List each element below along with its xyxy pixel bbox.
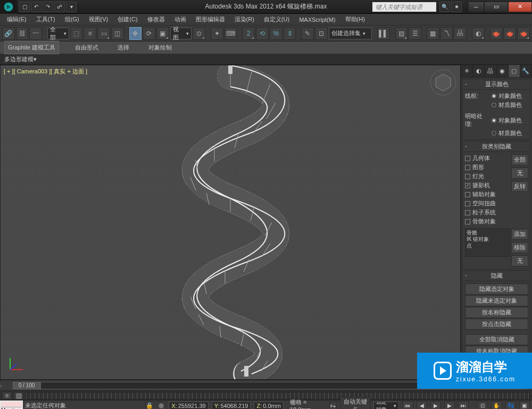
menu-rendering[interactable]: 渲染(R) — [230, 14, 259, 25]
radio-wire-objcolor[interactable] — [492, 94, 496, 98]
angle-snap-icon[interactable]: ⟲ — [256, 27, 269, 40]
isolate-icon[interactable]: ⊡ — [477, 401, 488, 410]
bind-spacewarp-icon[interactable]: 〰 — [29, 27, 42, 40]
btn-none2[interactable]: 无 — [511, 255, 528, 266]
tab-motion-icon[interactable]: ◉ — [497, 65, 509, 77]
coord-x[interactable]: X:255921.39 — [169, 402, 208, 410]
btn-hide-invert[interactable]: 反转 — [511, 181, 528, 192]
zoom-extents-icon[interactable]: ▣ — [519, 401, 530, 410]
material-editor-icon[interactable]: ◐ — [472, 27, 485, 40]
menu-maxscript[interactable]: MAXScript(M) — [294, 15, 340, 24]
star-icon[interactable]: ★ — [451, 2, 462, 12]
menu-create[interactable]: 创建(C) — [113, 14, 142, 25]
goto-end-icon[interactable]: ⏭ — [458, 401, 469, 410]
menu-edit[interactable]: 编辑(E) — [2, 14, 31, 25]
rollout-header[interactable]: 显示颜色 — [463, 79, 530, 90]
menu-views[interactable]: 视图(V) — [84, 14, 113, 25]
chk-cameras[interactable] — [465, 183, 470, 188]
selection-lock-icon[interactable]: 🔒 — [145, 402, 154, 410]
select-region-icon[interactable]: ▭ — [97, 27, 110, 40]
btn-unhide-all[interactable]: 全部取消隐藏 — [465, 334, 528, 345]
btn-add[interactable]: 添加 — [511, 229, 528, 240]
tab-utilities-icon[interactable]: 🔧 — [520, 65, 532, 77]
graphite-icon[interactable]: ▦ — [427, 27, 439, 40]
window-crossing-icon[interactable]: ◫ — [111, 27, 124, 40]
viewcube[interactable] — [429, 69, 457, 96]
select-move-icon[interactable]: ✥ — [129, 27, 142, 40]
help-search-input[interactable] — [372, 2, 436, 12]
radio-shade-objcolor[interactable] — [492, 118, 496, 123]
minimize-button[interactable]: ─ — [468, 2, 484, 12]
menu-group[interactable]: 组(G) — [60, 14, 84, 25]
tab-display-icon[interactable]: ▢ — [509, 65, 520, 77]
chk-lights[interactable] — [465, 174, 470, 179]
maxscript-listener[interactable]: Max to Physxs ( — [0, 400, 23, 409]
menu-animation[interactable]: 动画 — [170, 14, 191, 25]
spinner-snap-icon[interactable]: ⇕ — [284, 27, 296, 40]
link-icon[interactable]: 🔗 — [2, 27, 15, 40]
maximize-button[interactable]: ▭ — [484, 2, 508, 12]
btn-hide-by-name[interactable]: 按名称隐藏 — [465, 307, 528, 318]
select-scale-icon[interactable]: ▣ — [156, 27, 169, 40]
snap-2d-icon[interactable]: 2 — [242, 27, 255, 40]
viewport[interactable]: [ + ][ Camera003 ][ 真实 + 边面 ] — [0, 65, 461, 380]
menu-help[interactable]: 帮助(H) — [340, 14, 370, 25]
pan-icon[interactable]: ✋ — [491, 401, 502, 410]
select-manipulate-icon[interactable]: ✦ — [211, 27, 223, 40]
mirror-icon[interactable]: ▌▌ — [377, 27, 390, 40]
unlink-icon[interactable]: ⛓ — [16, 27, 29, 40]
prev-frame-icon[interactable]: ◀ — [417, 401, 427, 410]
trackbar-toggle-icon[interactable]: ≡ — [2, 392, 12, 399]
use-center-icon[interactable]: ⊙ — [193, 27, 205, 40]
walk-icon[interactable]: 👣 — [505, 401, 516, 410]
viewport-label[interactable]: [ + ][ Camera003 ][ 真实 + 边面 ] — [4, 68, 87, 76]
close-button[interactable]: ✕ — [508, 2, 532, 12]
radio-shade-matcolor[interactable] — [492, 131, 496, 136]
tab-hierarchy-icon[interactable]: 品 — [485, 65, 496, 77]
auto-key-button[interactable]: 自动关键点 — [340, 397, 370, 410]
infocenter-icon[interactable]: 🔍 — [439, 2, 450, 12]
edit-named-sel-icon[interactable]: ✎ — [301, 27, 314, 40]
percent-snap-icon[interactable]: % — [270, 27, 282, 40]
coord-y[interactable]: Y:54068.219 — [212, 402, 251, 410]
lock-sel-icon[interactable]: ⊡ — [315, 27, 328, 40]
app-menu-icon[interactable] — [0, 0, 17, 14]
qat-dropdown-icon[interactable]: ▾ — [66, 2, 77, 12]
btn-hide-none[interactable]: 无 — [511, 168, 528, 179]
menu-grapheditors[interactable]: 图形编辑器 — [191, 14, 230, 25]
trackbar-filter-icon[interactable]: ▤ — [14, 392, 23, 399]
tab-create-icon[interactable]: ✳ — [461, 65, 473, 77]
hide-listbox[interactable]: 骨骼 IK 链对象 点 — [465, 228, 510, 257]
select-rotate-icon[interactable]: ⟳ — [143, 27, 155, 40]
layers-icon[interactable]: ☰ — [409, 27, 421, 40]
rollout-header[interactable]: 按类别隐藏 — [463, 141, 530, 152]
schematic-view-icon[interactable]: 品 — [454, 27, 467, 40]
menu-customize[interactable]: 自定义(U) — [259, 14, 294, 25]
goto-start-icon[interactable]: ⏮ — [402, 401, 413, 410]
ribbon-tab-selection[interactable]: 选择 — [114, 41, 132, 54]
radio-wire-matcolor[interactable] — [492, 103, 496, 107]
ribbon-tab-freeform[interactable]: 自由形式 — [72, 41, 102, 54]
qat-undo-icon[interactable]: ↶ — [31, 2, 41, 12]
selection-filter-dropdown[interactable]: 全部 — [47, 28, 69, 39]
chk-shapes[interactable] — [465, 165, 470, 170]
chk-helpers[interactable] — [465, 192, 470, 197]
btn-remove[interactable]: 移除 — [511, 242, 528, 253]
btn-hide-all[interactable]: 全部 — [511, 154, 528, 165]
qat-link-icon[interactable]: ☍ — [54, 2, 65, 12]
track-ruler[interactable] — [26, 392, 530, 399]
select-object-icon[interactable]: ⬚ — [70, 27, 83, 40]
ribbon-tab-modeling[interactable]: Graphite 建模工具 — [4, 41, 59, 54]
render-setup-icon[interactable]: 🫖 — [490, 27, 503, 40]
ribbon-panel-label[interactable]: 多边形建模 ▾ — [0, 54, 532, 65]
play-icon[interactable]: ▶ — [430, 401, 441, 410]
menu-tools[interactable]: 工具(T) — [31, 14, 60, 25]
rendered-frame-icon[interactable]: 🫖 — [503, 27, 516, 40]
transform-type-in-icon[interactable]: ⊕ — [157, 402, 166, 410]
keymode-icon[interactable]: 🗝 — [329, 402, 337, 410]
keyboard-shortcut-icon[interactable]: ⌨ — [225, 27, 237, 40]
menu-modifiers[interactable]: 修改器 — [143, 14, 170, 25]
tab-modify-icon[interactable]: ◐ — [473, 65, 485, 77]
ref-coord-dropdown[interactable]: 视图 — [170, 28, 192, 39]
qat-redo-icon[interactable]: ↷ — [43, 2, 53, 12]
